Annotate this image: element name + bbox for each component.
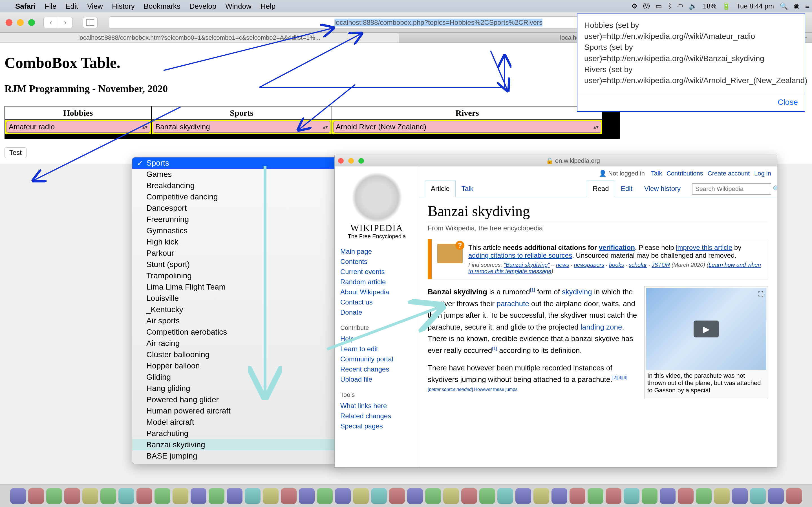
dock-app-icon[interactable] [28,488,44,504]
wiki-tab-edit[interactable]: Edit [615,180,638,197]
forward-button[interactable]: › [58,17,73,28]
menu-bookmarks[interactable]: Bookmarks [139,2,185,11]
dock-app-icon[interactable] [750,488,766,504]
wiki-sidebar-link[interactable]: Learn to edit [340,344,413,354]
siri-icon[interactable]: ◉ [794,2,800,10]
popout-icon[interactable]: ⛶ [758,291,763,297]
wiki-sidebar-link[interactable]: Help [340,334,413,344]
wiki-user-link[interactable]: Create account [708,170,750,177]
wiki-sidebar-link[interactable]: Recent changes [340,364,413,374]
dock-app-icon[interactable] [714,488,730,504]
menubar-icon[interactable]: Ⓜ [643,2,650,11]
wiki-sidebar-link[interactable]: Related changes [340,411,413,421]
dropdown-list[interactable]: SportsGamesBreakdancingCompetitive danci… [132,157,340,464]
wiki-sidebar-link[interactable]: Main page [340,246,413,257]
dropdown-option[interactable]: Powered hang glider [132,394,339,405]
wiki-search[interactable]: 🔍 [692,183,771,194]
skydiving-link[interactable]: skydiving [562,288,592,296]
menu-edit[interactable]: Edit [61,2,83,11]
browser-tab[interactable]: localhost:8888/combobox.htm?selcombo0=1&… [0,33,399,43]
dock-app-icon[interactable] [786,488,802,504]
minimize-window-button[interactable] [17,19,24,26]
dock-app-icon[interactable] [245,488,260,504]
dropdown-option[interactable]: Gymnastics [132,225,339,236]
minimize-window-button[interactable] [348,158,354,164]
dropdown-option[interactable]: Cluster ballooning [132,349,339,360]
dropdown-option[interactable]: Parkour [132,247,339,259]
dropdown-option[interactable]: High kick [132,236,339,247]
dock-app-icon[interactable] [118,488,134,504]
dock-app-icon[interactable] [389,488,405,504]
wiki-user-link[interactable]: Talk [651,170,662,177]
dock-app-icon[interactable] [461,488,477,504]
dropdown-option[interactable]: Freerunning [132,214,339,225]
dock-app-icon[interactable] [642,488,658,504]
dock-app-icon[interactable] [100,488,116,504]
dock-app-icon[interactable] [227,488,243,504]
wiki-user-link[interactable]: Contributions [666,170,703,177]
dock-app-icon[interactable] [281,488,297,504]
verification-link[interactable]: verification [599,244,635,251]
dock-app-icon[interactable] [10,488,26,504]
dock-app-icon[interactable] [191,488,206,504]
wiki-sidebar-link[interactable]: Random article [340,277,413,287]
dropdown-option[interactable]: Gliding [132,372,339,383]
find-sources-link[interactable]: "Banzai skydiving" [504,262,550,268]
dropdown-option[interactable]: Model aircraft [132,416,339,428]
menubar-app[interactable]: Safari [11,2,40,11]
sidebar-button[interactable] [83,17,98,28]
source-link[interactable]: books [609,262,624,268]
dropdown-option[interactable]: Lima Lima Flight Team [132,281,339,293]
dock-app-icon[interactable] [154,488,170,504]
wiki-sidebar-link[interactable]: Current events [340,267,413,277]
menu-window[interactable]: Window [221,2,256,11]
airplay-icon[interactable]: ▭ [656,2,662,10]
dock-app-icon[interactable] [172,488,188,504]
volume-icon[interactable]: 🔈 [689,2,697,10]
citations-link[interactable]: adding citations to reliable sources [468,251,572,259]
dock-app-icon[interactable] [209,488,224,504]
battery-icon[interactable]: 🔋 [722,2,730,10]
dropdown-option[interactable]: Competition aerobatics [132,327,339,338]
dropdown-option[interactable]: Louisville [132,293,339,304]
alert-close-button[interactable]: Close [777,98,798,107]
search-icon[interactable]: 🔍 [773,185,777,193]
wiki-tab-read[interactable]: Read [587,180,615,197]
spotlight-icon[interactable]: 🔍 [779,2,788,10]
close-window-button[interactable] [338,158,344,164]
dock-app-icon[interactable] [696,488,712,504]
wikipedia-logo-icon[interactable] [352,172,402,223]
parachute-link[interactable]: parachute [497,299,529,308]
dock-app-icon[interactable] [317,488,333,504]
source-link[interactable]: news [556,262,569,268]
menu-file[interactable]: File [40,2,61,11]
maximize-window-button[interactable] [358,158,364,164]
source-link[interactable]: newspapers [574,262,604,268]
dropdown-option[interactable]: Dancesport [132,203,339,214]
dropdown-option[interactable]: Air sports [132,315,339,327]
wiki-tab-article[interactable]: Article [425,180,456,197]
dock-app-icon[interactable] [46,488,62,504]
battery-percent[interactable]: 18% [703,2,716,10]
menu-develop[interactable]: Develop [185,2,221,11]
close-window-button[interactable] [6,19,12,26]
menu-view[interactable]: View [83,2,107,11]
source-link[interactable]: JSTOR [652,262,670,268]
improve-link[interactable]: improve this article [676,244,732,251]
wiki-sidebar-link[interactable]: About Wikipedia [340,287,413,297]
landing-zone-link[interactable]: landing zone [580,323,622,331]
dock-app-icon[interactable] [515,488,531,504]
combo-hobbies[interactable]: Amateur radio▴▾ [6,121,150,133]
dock-app-icon[interactable] [353,488,369,504]
bluetooth-icon[interactable]: ᛒ [668,2,672,10]
menu-help[interactable]: Help [256,2,280,11]
wiki-search-input[interactable] [695,185,773,193]
wiki-sidebar-link[interactable]: Contents [340,257,413,267]
dock-app-icon[interactable] [335,488,351,504]
test-button[interactable]: Test [4,147,27,158]
wiki-sidebar-link[interactable]: Special pages [340,421,413,431]
dropdown-option[interactable]: Air racing [132,338,339,349]
source-link[interactable]: scholar [629,262,647,268]
combo-sports[interactable]: Banzai skydiving▴▾ [153,121,331,133]
dock-app-icon[interactable] [606,488,621,504]
